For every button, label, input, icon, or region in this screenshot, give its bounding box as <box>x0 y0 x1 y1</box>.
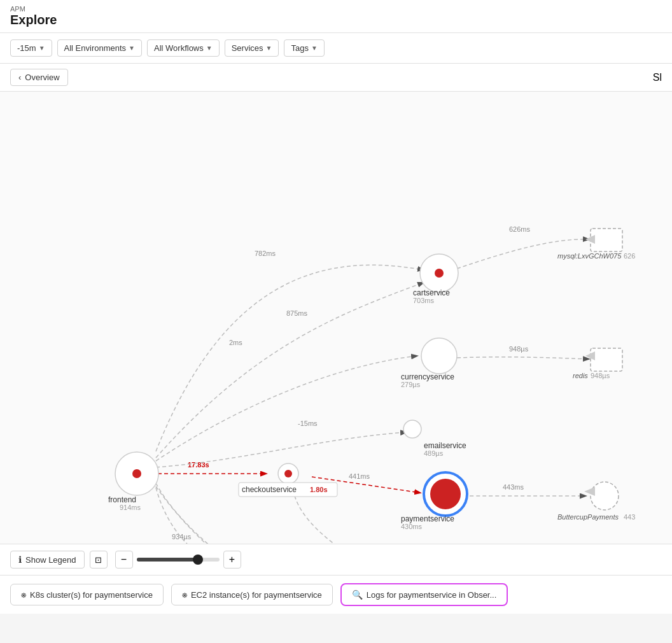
tags-filter-label: Tags <box>291 43 308 53</box>
svg-text:782ms: 782ms <box>255 250 276 257</box>
services-filter-label: Services <box>232 43 263 53</box>
svg-rect-15 <box>591 348 622 371</box>
zoom-controls: − + <box>115 551 241 569</box>
ec2-link-label: EC2 instance(s) for paymentservice <box>191 590 322 600</box>
svg-text:934µs: 934µs <box>172 533 192 541</box>
back-label: Overview <box>25 73 59 82</box>
svg-text:ButtercupPayments: ButtercupPayments <box>557 513 619 521</box>
sl-label: Sl <box>653 72 662 83</box>
svg-text:cartservice: cartservice <box>413 288 450 297</box>
svg-text:443: 443 <box>624 513 635 521</box>
services-filter[interactable]: Services ▼ <box>225 39 279 57</box>
svg-text:paymentservice: paymentservice <box>401 514 454 523</box>
show-legend-label: Show Legend <box>25 555 76 565</box>
svg-text:mysql:LxvGChW075: mysql:LxvGChW075 <box>557 252 622 260</box>
back-chevron-icon: ‹ <box>18 73 21 82</box>
time-filter-label: -15m <box>17 43 36 53</box>
workflows-filter[interactable]: All Workflows ▼ <box>147 39 220 57</box>
svg-point-27 <box>435 269 444 278</box>
zoom-slider[interactable] <box>137 558 220 562</box>
ec2-icon: ⎈ <box>182 590 187 600</box>
logs-link-label: Logs for paymentservice in Obser... <box>367 590 496 600</box>
tags-filter[interactable]: Tags ▼ <box>284 39 324 57</box>
zoom-thumb[interactable] <box>193 555 203 565</box>
svg-text:626ms: 626ms <box>509 225 531 233</box>
svg-text:703ms: 703ms <box>413 297 435 304</box>
back-button[interactable]: ‹ Overview <box>10 69 68 86</box>
workflows-caret-icon: ▼ <box>206 45 213 52</box>
svg-text:914ms: 914ms <box>120 504 141 511</box>
svg-text:441ms: 441ms <box>349 472 370 480</box>
info-icon: ℹ <box>18 555 22 565</box>
svg-point-25 <box>284 470 292 477</box>
svg-text:redis: redis <box>573 372 588 379</box>
tags-caret-icon: ▼ <box>311 45 318 52</box>
time-filter[interactable]: -15m ▼ <box>10 39 52 57</box>
svg-text:2ms: 2ms <box>229 339 242 346</box>
svg-marker-57 <box>584 487 595 496</box>
sub-nav: ‹ Overview Sl <box>0 64 672 92</box>
svg-text:currencyservice: currencyservice <box>401 372 454 381</box>
k8s-link[interactable]: ⎈ K8s cluster(s) for paymentservice <box>10 584 164 605</box>
app-label: APM <box>10 5 662 13</box>
svg-text:emailservice: emailservice <box>424 441 466 450</box>
app-header: APM Explore <box>0 0 672 33</box>
app-title: Explore <box>10 13 662 32</box>
service-map-canvas[interactable]: 782ms 875ms 2ms 17.83s -15ms 934µs -5ms … <box>0 92 672 544</box>
logs-search-icon: 🔍 <box>352 590 363 600</box>
svg-point-23 <box>132 469 141 478</box>
toolbar: -15m ▼ All Environments ▼ All Workflows … <box>0 33 672 64</box>
time-caret-icon: ▼ <box>39 45 45 52</box>
zoom-in-button[interactable]: + <box>223 551 241 569</box>
k8s-link-label: K8s cluster(s) for paymentservice <box>30 590 153 600</box>
svg-text:checkoutservice: checkoutservice <box>242 485 297 494</box>
svg-text:948µs: 948µs <box>591 372 610 379</box>
svg-text:948µs: 948µs <box>509 345 529 353</box>
svg-point-8 <box>403 420 421 438</box>
svg-text:875ms: 875ms <box>286 309 308 317</box>
services-caret-icon: ▼ <box>266 45 272 52</box>
svg-text:17.83s: 17.83s <box>188 461 209 469</box>
workflows-filter-label: All Workflows <box>154 43 204 53</box>
svg-point-17 <box>591 482 619 510</box>
service-map-svg: 782ms 875ms 2ms 17.83s -15ms 934µs -5ms … <box>0 92 672 544</box>
zoom-fill <box>137 558 197 562</box>
svg-text:430ms: 430ms <box>401 523 423 530</box>
env-filter[interactable]: All Environments ▼ <box>57 39 142 57</box>
svg-text:443ms: 443ms <box>503 483 524 491</box>
svg-text:frontend: frontend <box>108 495 136 504</box>
svg-point-30 <box>430 479 461 509</box>
footer-links: ⎈ K8s cluster(s) for paymentservice ⎈ EC… <box>0 575 672 614</box>
zoom-out-button[interactable]: − <box>115 551 133 569</box>
svg-text:489µs: 489µs <box>424 449 444 457</box>
logs-link[interactable]: 🔍 Logs for paymentservice in Obser... <box>340 583 508 606</box>
svg-text:1.80s: 1.80s <box>310 486 328 493</box>
svg-rect-13 <box>591 229 622 251</box>
svg-text:626: 626 <box>624 252 635 260</box>
svg-point-28 <box>421 338 457 374</box>
svg-text:-15ms: -15ms <box>298 420 318 427</box>
env-filter-label: All Environments <box>64 43 127 53</box>
svg-text:279µs: 279µs <box>401 381 421 388</box>
k8s-icon: ⎈ <box>21 590 26 600</box>
ec2-link[interactable]: ⎈ EC2 instance(s) for paymentservice <box>171 584 333 605</box>
fit-view-button[interactable]: ⊡ <box>90 551 108 569</box>
bottom-bar: ℹ Show Legend ⊡ − + <box>0 544 672 575</box>
env-caret-icon: ▼ <box>129 45 135 52</box>
show-legend-button[interactable]: ℹ Show Legend <box>10 551 85 569</box>
